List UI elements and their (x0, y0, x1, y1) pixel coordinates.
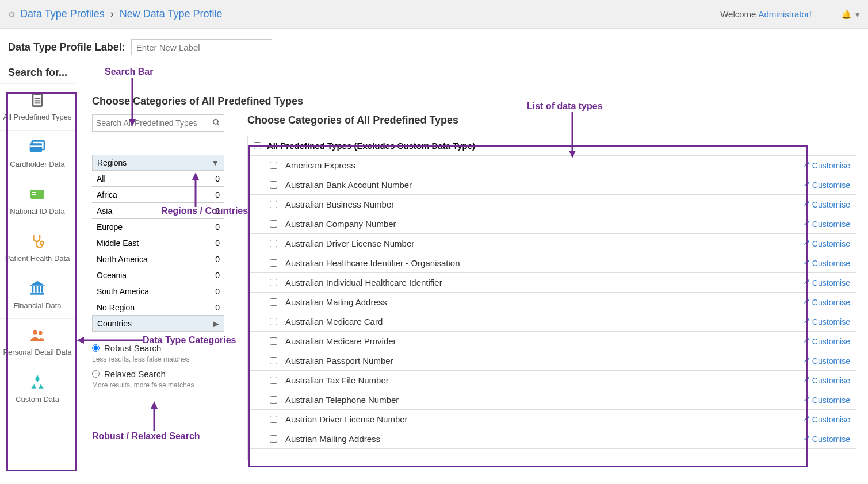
breadcrumb-root[interactable]: Data Type Profiles (20, 8, 105, 20)
type-list[interactable]: American ExpressCustomiseAustralian Bank… (247, 156, 856, 460)
sidebar-item-financial[interactable]: Financial Data (0, 272, 75, 320)
type-row[interactable]: Austrian Mailing AddressCustomise (248, 429, 856, 449)
region-row[interactable]: Middle East0 (92, 235, 224, 251)
region-row[interactable]: All0 (92, 171, 224, 187)
type-name: Austrian Mailing Address (285, 434, 380, 444)
customise-link[interactable]: Customise (803, 356, 850, 366)
customise-link[interactable]: Customise (803, 220, 850, 229)
type-row[interactable]: Australian Individual Healthcare Identif… (248, 273, 856, 293)
user-link[interactable]: Administrator! (758, 9, 812, 19)
people-icon (28, 325, 47, 345)
customise-link[interactable]: Customise (803, 376, 850, 385)
customise-label: Customise (812, 415, 850, 424)
sidebar: All Predefined Types Cardholder Data Nat… (0, 83, 75, 460)
region-row[interactable]: North America0 (92, 251, 224, 267)
type-name: Australian Telephone Number (285, 395, 399, 405)
relaxed-search-option[interactable]: Relaxed Search (92, 369, 230, 379)
sidebar-item-personal[interactable]: Personal Detail Data (0, 319, 75, 366)
sidebar-item-custom[interactable]: Custom Data (0, 366, 75, 413)
type-checkbox[interactable] (270, 201, 277, 208)
type-row[interactable]: Austrian Driver License NumberCustomise (248, 410, 856, 429)
region-name: All (97, 174, 106, 183)
type-checkbox[interactable] (270, 318, 277, 325)
svg-rect-10 (32, 194, 36, 195)
type-row[interactable]: American ExpressCustomise (248, 156, 856, 175)
select-all-checkbox[interactable] (254, 142, 261, 149)
relaxed-radio[interactable] (92, 370, 100, 378)
categories-title: Choose Categories of All Predefined Type… (92, 95, 868, 107)
region-row[interactable]: Europe0 (92, 219, 224, 235)
customise-link[interactable]: Customise (803, 435, 850, 444)
region-name: South America (97, 287, 149, 296)
gear-icon[interactable]: ⚙ (8, 10, 16, 19)
type-checkbox[interactable] (270, 435, 277, 443)
type-checkbox[interactable] (270, 357, 277, 364)
region-list: Regions ▼ All0Africa0Asia0Europe0Middle … (92, 155, 224, 332)
notifications-area[interactable]: 🔔 ▾ (829, 9, 860, 20)
region-row[interactable]: Asia0 (92, 203, 224, 219)
type-row[interactable]: Australian Bank Account NumberCustomise (248, 175, 856, 195)
type-row[interactable]: Australian Medicare ProviderCustomise (248, 332, 856, 351)
region-row[interactable]: Oceania0 (92, 267, 224, 283)
region-count: 0 (215, 222, 220, 232)
region-row[interactable]: Africa0 (92, 187, 224, 203)
type-checkbox[interactable] (270, 162, 277, 169)
sidebar-item-patient-health[interactable]: Patient Health Data (0, 225, 75, 272)
customise-link[interactable]: Customise (803, 161, 850, 170)
type-row[interactable]: Australian Mailing AddressCustomise (248, 293, 856, 312)
customise-link[interactable]: Customise (803, 180, 850, 190)
type-checkbox[interactable] (270, 298, 277, 306)
customise-link[interactable]: Customise (803, 337, 850, 346)
region-row[interactable]: South America0 (92, 283, 224, 299)
type-checkbox[interactable] (270, 337, 277, 345)
search-box[interactable] (92, 114, 224, 132)
customise-link[interactable]: Customise (803, 278, 850, 287)
customise-link[interactable]: Customise (803, 395, 850, 405)
type-name: Australian Mailing Address (285, 297, 387, 307)
type-row[interactable]: Australian Telephone NumberCustomise (248, 390, 856, 410)
type-checkbox[interactable] (270, 396, 277, 404)
type-checkbox[interactable] (270, 259, 277, 267)
customise-link[interactable]: Customise (803, 415, 850, 424)
wrench-icon (803, 180, 810, 189)
customise-label: Customise (812, 180, 850, 190)
svg-rect-14 (32, 286, 34, 293)
robust-radio[interactable] (92, 344, 100, 352)
region-row[interactable]: No Region0 (92, 299, 224, 316)
type-checkbox[interactable] (270, 377, 277, 384)
type-checkbox[interactable] (270, 240, 277, 247)
svg-point-20 (213, 119, 218, 124)
region-count: 0 (215, 287, 220, 296)
search-input[interactable] (96, 118, 212, 128)
all-types-header[interactable]: All Predefined Types (Excludes Custom Da… (247, 136, 856, 156)
type-row[interactable]: Australian Healthcare Identifier - Organ… (248, 253, 856, 273)
search-icon[interactable] (212, 118, 220, 128)
region-count: 0 (215, 271, 220, 280)
type-checkbox[interactable] (270, 220, 277, 228)
type-row[interactable]: Australian Company NumberCustomise (248, 214, 856, 234)
sidebar-item-cardholder[interactable]: Cardholder Data (0, 131, 75, 178)
customise-link[interactable]: Customise (803, 259, 850, 268)
type-row[interactable]: Australian Passport NumberCustomise (248, 351, 856, 371)
type-row[interactable]: Australian Medicare CardCustomise (248, 312, 856, 332)
customise-link[interactable]: Customise (803, 239, 850, 248)
sidebar-item-all-predefined[interactable]: All Predefined Types (0, 83, 75, 131)
regions-expand[interactable]: Regions ▼ (92, 155, 224, 171)
bell-icon[interactable]: 🔔 (841, 9, 852, 20)
type-name: Australian Company Number (285, 219, 396, 229)
customise-link[interactable]: Customise (803, 317, 850, 326)
customise-link[interactable]: Customise (803, 200, 850, 209)
customise-link[interactable]: Customise (803, 298, 850, 307)
profile-label-input[interactable] (131, 39, 272, 55)
type-checkbox[interactable] (270, 416, 277, 423)
type-checkbox[interactable] (270, 181, 277, 189)
robust-search-option[interactable]: Robust Search (92, 343, 230, 353)
countries-expand[interactable]: Countries ▶ (92, 316, 224, 332)
chevron-down-icon[interactable]: ▾ (855, 9, 860, 20)
type-checkbox[interactable] (270, 279, 277, 286)
sidebar-item-national-id[interactable]: National ID Data (0, 178, 75, 225)
type-row[interactable]: Australian Driver License NumberCustomis… (248, 234, 856, 253)
type-row[interactable]: Australian Tax File NumberCustomise (248, 371, 856, 390)
sidebar-item-label: Patient Health Data (5, 254, 70, 264)
type-row[interactable]: Australian Business NumberCustomise (248, 195, 856, 214)
